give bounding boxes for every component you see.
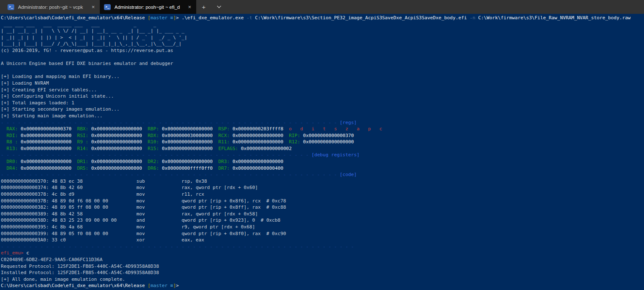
register-name: RDI: — [6, 133, 21, 138]
text-segment — [1, 133, 6, 138]
register-value: 0x0000000000000000 — [91, 159, 148, 164]
command-flag-t: -t — [247, 15, 255, 21]
register-name: R14: — [77, 146, 91, 151]
register-value: 0x0000000000000000 — [91, 166, 148, 171]
debug-register-row: DR4: 0x0000000000000000 DR5: 0x000000000… — [1, 165, 644, 172]
register-row: R13: 0x0000000000000000 R14: 0x000000000… — [1, 145, 644, 152]
register-name: R8 : — [6, 139, 21, 145]
command-exe: .\efi_dxe_emulator.exe — [182, 15, 247, 21]
tab-dropdown-button[interactable] — [211, 0, 226, 14]
register-value: 0x0000000000000000 — [21, 146, 77, 151]
tab-bar: >_ Administrator: posh~git ~ vcpk × >_ A… — [0, 0, 644, 14]
disassembly-line: 0000000000000374: 48 8b 42 60 mov rax, q… — [1, 184, 644, 191]
register-value: 0x0000000000000400 — [232, 166, 289, 171]
register-value: 0x0000000000000000 — [232, 133, 289, 138]
register-name: RDX: — [148, 133, 162, 138]
final-prompt-line: C:\Users\carlsbad\Code\efi_dxe_emulator\… — [1, 282, 644, 289]
register-name: R9 : — [77, 139, 91, 145]
ascii-banner: |___|_| |___| |___/ /_/\_\|___| |___|_|_… — [1, 41, 187, 47]
command-line: C:\Users\carlsbad\Code\efi_dxe_emulator\… — [1, 15, 644, 21]
git-bracket-open: [ — [145, 283, 151, 288]
disassembly-line: 00000000000003A0: 33 c0 xor eax, eax — [1, 237, 644, 243]
close-tab-icon[interactable]: × — [91, 4, 96, 10]
git-bracket-close: ] — [173, 15, 176, 21]
register-value: 0x0000000000000000 — [162, 126, 218, 132]
register-name: DR6: — [148, 166, 162, 171]
bottom-separator: - - - - - - - - - - - - - - - - - - - - … — [1, 243, 644, 250]
register-value: 0x0000000000000000 — [21, 166, 77, 171]
description-line: A Unicorn Engine based EFI DXE binaries … — [1, 60, 644, 67]
prompt-path: C:\Users\carlsbad\Code\efi_dxe_emulator\… — [1, 283, 145, 288]
copyright-line: (c) 2016-2019, fG! - reverser@put.as - h… — [1, 47, 644, 54]
requested-protocol-line: Requested Protocol: 125F2DE1-FB85-440C-A… — [1, 263, 644, 270]
status-text: [+] Starting main image emulation... — [1, 113, 102, 119]
status-line: [+] Starting secondary images emulation.… — [1, 106, 644, 113]
tab-efi-dxe[interactable]: >_ Administrator: posh~git ~ efi_d × — [100, 0, 196, 14]
new-tab-button[interactable]: + — [196, 0, 211, 14]
disassembly-text: 0000000000000395: 4c 8b 4a 68 mov r9, qw… — [1, 224, 255, 230]
register-name: DR3: — [218, 159, 233, 164]
code-separator: - - - - - - - - - - - - - - - - - - - - … — [1, 171, 644, 178]
register-value: 0x0000000000000000 — [91, 133, 148, 138]
blank-line — [1, 54, 644, 61]
separator-label: [debug registers] — [312, 152, 360, 158]
requested-protocol-text: Requested Protocol: 125F2DE1-FB85-440C-A… — [1, 264, 159, 269]
text-segment — [1, 126, 6, 132]
disassembly-line: 0000000000000399: 48 89 05 f0 08 00 00 m… — [1, 230, 644, 237]
register-name: R10: — [148, 139, 162, 145]
status-line: [+] Loading and mapping main EFI binary.… — [1, 73, 644, 80]
prompt-path: C:\Users\carlsbad\Code\efi_dxe_emulator\… — [1, 15, 145, 21]
git-branch: master ≡ — [151, 15, 173, 21]
debug-registers-separator: - - - - - - - - - - - - - - - - - - - - … — [1, 152, 644, 158]
text-segment — [1, 159, 6, 164]
register-name: R15: — [148, 146, 162, 151]
register-value: 0x0000000030000000 — [162, 133, 218, 138]
powershell-icon: >_ — [8, 4, 14, 10]
ascii-banner: ___ ___ ___ ___ _____ ___ ___ _ _ — [1, 22, 187, 27]
prompt-arrow: > — [176, 15, 182, 21]
installed-protocol-line: Installed Protocol: 125F2DE1-FB85-440C-A… — [1, 269, 644, 276]
tab-title: Administrator: posh~git ~ efi_d — [114, 5, 183, 10]
register-name: DR1: — [77, 159, 91, 164]
emulator-shell-prompt: efi_emu> — [1, 250, 23, 256]
register-value: 0x0000000000000000 — [21, 159, 77, 164]
disassembly-line: 000000000000037B: 48 89 0d f6 08 00 00 m… — [1, 198, 644, 205]
register-name: RSI: — [77, 133, 91, 138]
ascii-banner: | _|| _| | | | |) | > < | _| | _|| ' \ |… — [1, 35, 187, 40]
register-name: DR0: — [6, 159, 21, 164]
status-text: [+] Total images loaded: 1 — [1, 100, 74, 106]
copyright-text: (c) 2016-2019, fG! - reverser@put.as - h… — [1, 48, 173, 53]
register-row: RAX: 0x0000000000000370 RBX: 0x000000000… — [1, 126, 644, 132]
register-value: 0x0000000000000000 — [91, 139, 148, 145]
disassembly-text: 0000000000000389: 48 8b 42 58 mov rax, q… — [1, 211, 258, 217]
status-line: [+] Configuring Unicorn initial state... — [1, 93, 644, 100]
register-value: 0x0000000000000002 — [241, 146, 298, 151]
close-tab-icon[interactable]: × — [187, 4, 192, 10]
register-value: 0x00000000203ffff8 — [232, 126, 289, 132]
separator-dashes: - - - - - - - - - - - - - - - - - - - - … — [1, 172, 340, 177]
done-line: [+] All done, main image emulation compl… — [1, 276, 644, 283]
register-value: 0x0000000000000000 — [232, 159, 289, 164]
separator-label: [code] — [340, 172, 356, 177]
register-name: DR4: — [6, 166, 21, 171]
register-name: EFLAGS: — [218, 146, 241, 151]
register-value: 0x0000000000000000 — [91, 126, 148, 132]
disassembly-line: 0000000000000389: 48 8b 42 58 mov rax, q… — [1, 211, 644, 218]
banner-line: ___ ___ ___ ___ _____ ___ ___ _ _ — [1, 21, 644, 28]
register-row: R8 : 0x0000000000000000 R9 : 0x000000000… — [1, 139, 644, 145]
register-name: RCX: — [218, 133, 233, 138]
terminal-content: C:\Users\carlsbad\Code\efi_dxe_emulator\… — [0, 14, 644, 289]
guid-text: C020489E-6DB2-4EF2-9AA5-CA06FC11D36A — [1, 257, 102, 262]
powershell-icon: >_ — [104, 4, 111, 10]
regs-separator: - - - - - - - - - - - - - - - - - - - - … — [1, 119, 644, 126]
status-text: [+] Loading and mapping main EFI binary.… — [1, 74, 119, 79]
banner-line: | __| __|_ _| | \ \ \/ /| __| | __|_ __ … — [1, 28, 644, 34]
disassembly-line: 0000000000000395: 4c 8b 4a 68 mov r9, qw… — [1, 224, 644, 230]
register-name: RBP: — [148, 126, 162, 132]
register-name: RIP: — [289, 133, 303, 138]
tab-vcpkg[interactable]: >_ Administrator: posh~git ~ vcpk × — [3, 0, 100, 14]
register-value: 0x0000000000000000 — [21, 133, 77, 138]
disassembly-text: 000000000000038D: 48 83 25 23 09 00 00 0… — [1, 218, 280, 223]
register-value: 0x0000000000000000 — [162, 146, 218, 151]
git-bracket-close: ] — [173, 283, 176, 288]
